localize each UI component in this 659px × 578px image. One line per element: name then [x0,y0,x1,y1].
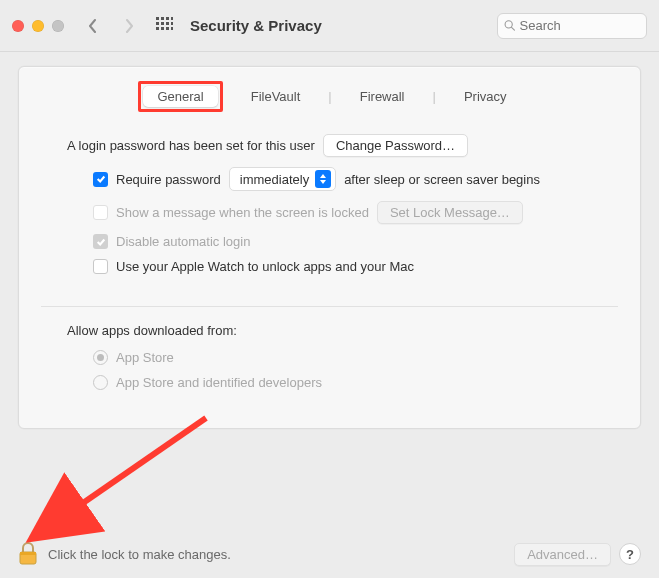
disable-auto-login-checkbox [93,234,108,249]
tab-general[interactable]: General [143,86,217,107]
show-all-icon[interactable] [152,14,176,38]
svg-rect-1 [161,17,164,20]
apple-watch-unlock-label: Use your Apple Watch to unlock apps and … [116,259,414,274]
require-password-label-pre: Require password [116,172,221,187]
login-section: A login password has been set for this u… [19,112,640,298]
svg-rect-7 [171,22,173,25]
allow-apps-heading: Allow apps downloaded from: [67,323,237,338]
advanced-button: Advanced… [514,543,611,566]
login-password-text: A login password has been set for this u… [67,138,315,153]
search-field[interactable] [497,13,647,39]
tab-privacy[interactable]: Privacy [450,86,521,107]
tab-divider: | [328,89,331,104]
show-lock-message-label: Show a message when the screen is locked [116,205,369,220]
footer-bar: Click the lock to make changes. Advanced… [0,530,659,578]
svg-line-16 [70,418,206,512]
svg-rect-3 [171,17,173,20]
require-password-delay-value: immediately [240,172,309,187]
check-icon [96,237,106,247]
window-controls [12,20,64,32]
search-input[interactable] [520,18,640,33]
svg-rect-0 [156,17,159,20]
show-lock-message-checkbox [93,205,108,220]
svg-rect-8 [156,27,159,30]
require-password-delay-select[interactable]: immediately [229,167,336,191]
svg-rect-10 [166,27,169,30]
allow-app-store-label: App Store [116,350,174,365]
forward-button [116,14,142,38]
tab-firewall[interactable]: Firewall [346,86,419,107]
allow-identified-developers-radio [93,375,108,390]
svg-line-13 [512,27,515,30]
tab-filevault[interactable]: FileVault [237,86,315,107]
zoom-window-button [52,20,64,32]
svg-rect-4 [156,22,159,25]
minimize-window-button[interactable] [32,20,44,32]
tab-bar: General FileVault | Firewall | Privacy [19,67,640,112]
svg-rect-9 [161,27,164,30]
back-button[interactable] [80,14,106,38]
svg-rect-5 [161,22,164,25]
disable-auto-login-label: Disable automatic login [116,234,250,249]
lock-icon[interactable] [18,542,38,566]
tab-divider: | [433,89,436,104]
require-password-label-post: after sleep or screen saver begins [344,172,540,187]
svg-rect-2 [166,17,169,20]
allow-identified-developers-label: App Store and identified developers [116,375,322,390]
preferences-panel: General FileVault | Firewall | Privacy A… [18,66,641,429]
svg-rect-11 [171,27,173,30]
svg-rect-15 [20,552,36,555]
toolbar: Security & Privacy [0,0,659,52]
require-password-checkbox[interactable] [93,172,108,187]
change-password-button[interactable]: Change Password… [323,134,468,157]
window-title: Security & Privacy [190,17,322,34]
check-icon [96,174,106,184]
lock-text: Click the lock to make changes. [48,547,231,562]
allow-apps-section: Allow apps downloaded from: App Store Ap… [19,307,640,414]
set-lock-message-button: Set Lock Message… [377,201,523,224]
svg-rect-6 [166,22,169,25]
close-window-button[interactable] [12,20,24,32]
allow-app-store-radio [93,350,108,365]
annotation-highlight: General [138,81,222,112]
apple-watch-unlock-checkbox[interactable] [93,259,108,274]
search-icon [504,19,516,32]
dropdown-stepper-icon [315,170,331,188]
help-button[interactable]: ? [619,543,641,565]
